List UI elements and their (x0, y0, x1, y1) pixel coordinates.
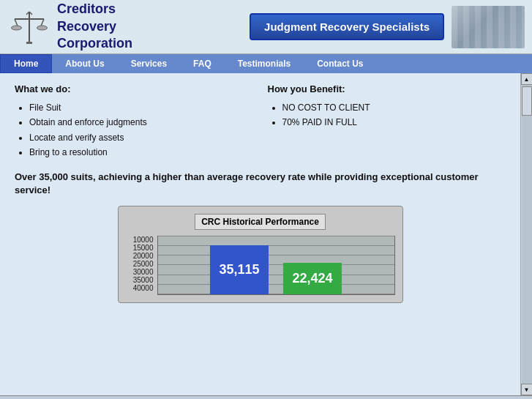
company-name: CreditorsRecoveryCorporation (57, 1, 132, 52)
page-footer: Privacy Policy | Employment Copyright ©2… (0, 395, 532, 399)
highlight-text: Over 35,000 suits, achieving a higher th… (15, 171, 506, 197)
list-item: Bring to a resolution (29, 145, 253, 160)
nav-about[interactable]: About Us (52, 54, 117, 73)
y-label: 25000 (126, 260, 154, 268)
chart-title: CRC Historical Performance (195, 214, 326, 230)
scrollbar-up-button[interactable]: ▲ (521, 73, 533, 85)
how-benefit-list: NO COST TO CLIENT 70% PAID IN FULL (268, 100, 506, 130)
y-label: 30000 (126, 268, 154, 276)
y-label: 20000 (126, 252, 154, 260)
y-label: 15000 (126, 244, 154, 252)
nav-faq[interactable]: FAQ (180, 54, 225, 73)
scrollbar: ▲ ▼ (520, 73, 532, 395)
main-content: What we do: File Suit Obtain and enforce… (0, 73, 520, 395)
scrollbar-thumb[interactable] (522, 86, 532, 116)
main-nav: Home About Us Services FAQ Testimonials … (0, 54, 532, 73)
list-item: Locate and verify assets (29, 130, 253, 145)
bar-green-value: 22,424 (292, 271, 332, 286)
list-item: 70% PAID IN FULL (282, 115, 506, 130)
svg-rect-7 (26, 42, 32, 44)
bar-green: 22,424 (283, 263, 342, 294)
nav-services[interactable]: Services (118, 54, 180, 73)
how-benefit-title: How you Benefit: (268, 83, 506, 94)
nav-testimonials[interactable]: Testimonials (225, 54, 304, 73)
header-decorative-image (452, 6, 525, 48)
y-label: 10000 (126, 236, 154, 244)
scrollbar-track[interactable] (522, 85, 532, 384)
nav-home[interactable]: Home (0, 54, 52, 73)
scrollbar-down-button[interactable]: ▼ (521, 384, 533, 395)
what-we-do-list: File Suit Obtain and enforce judgments L… (15, 100, 253, 160)
what-we-do-title: What we do: (15, 83, 253, 94)
chart-container: CRC Historical Performance 40000 35000 3… (118, 206, 403, 303)
two-col-section: What we do: File Suit Obtain and enforce… (15, 83, 506, 160)
page-wrapper: What we do: File Suit Obtain and enforce… (0, 73, 532, 395)
svg-point-5 (12, 26, 22, 30)
logo-area: CreditorsRecoveryCorporation (7, 1, 132, 52)
how-benefit-section: How you Benefit: NO COST TO CLIENT 70% P… (268, 83, 506, 160)
chart-area: 40000 35000 30000 25000 20000 15000 1000… (126, 236, 395, 295)
list-item: Obtain and enforce judgments (29, 115, 253, 130)
list-item: NO COST TO CLIENT (282, 100, 506, 115)
header-right: Judgment Recovery Specialists (250, 6, 525, 48)
y-axis: 40000 35000 30000 25000 20000 15000 1000… (126, 236, 154, 295)
y-label: 40000 (126, 284, 154, 292)
bar-blue: 35,115 (210, 245, 269, 294)
bars-grid: 35,115 22,424 (157, 236, 395, 295)
bar-blue-value: 35,115 (219, 262, 259, 277)
page-header: CreditorsRecoveryCorporation Judgment Re… (0, 0, 532, 54)
list-item: File Suit (29, 100, 253, 115)
what-we-do-section: What we do: File Suit Obtain and enforce… (15, 83, 253, 160)
svg-point-6 (37, 26, 48, 30)
y-label: 35000 (126, 276, 154, 284)
scales-icon (7, 6, 51, 48)
bars-wrapper: 35,115 22,424 (157, 236, 395, 295)
bars-inner: 35,115 22,424 (158, 236, 394, 294)
tagline-badge: Judgment Recovery Specialists (250, 13, 444, 40)
nav-contact[interactable]: Contact Us (304, 54, 376, 73)
